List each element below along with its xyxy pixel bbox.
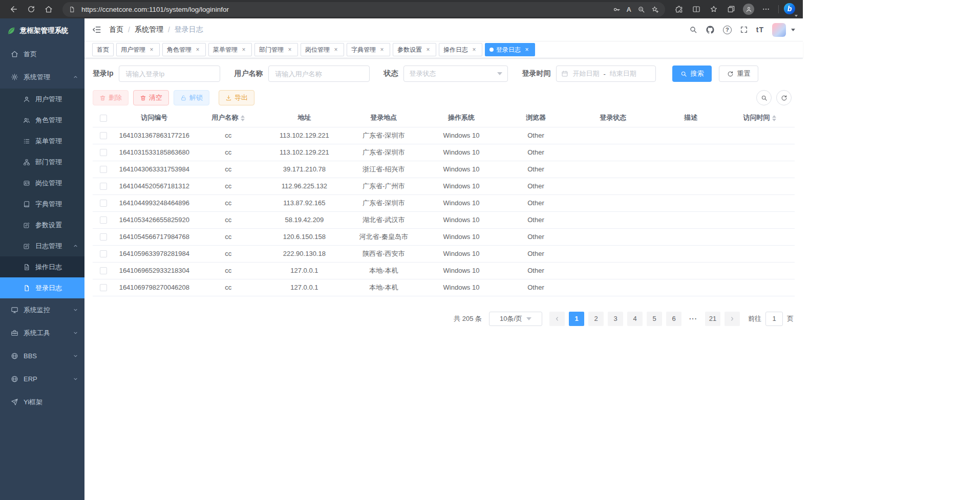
zoom-icon[interactable] [637, 6, 645, 13]
row-checkbox[interactable] [100, 183, 107, 190]
tab-menu-mgmt[interactable]: 菜单管理× [208, 43, 252, 56]
page-size-select[interactable]: 10条/页 [489, 312, 542, 326]
tab-post-mgmt[interactable]: 岗位管理× [301, 43, 344, 56]
tab-role-mgmt[interactable]: 角色管理× [162, 43, 206, 56]
search-icon[interactable] [689, 26, 697, 34]
page-button[interactable]: 6 [666, 312, 681, 326]
table-row[interactable]: 1641053426655825920 cc 58.19.42.209 湖北省-… [93, 211, 795, 228]
ip-filter-input[interactable] [119, 66, 220, 82]
sidebar-item-sys-tools[interactable]: 系统工具 [0, 321, 84, 344]
username-filter-input[interactable] [268, 66, 370, 82]
date-range-picker[interactable]: 开始日期 - 结束日期 [556, 66, 656, 82]
sort-icon[interactable] [772, 115, 776, 121]
sidebar-item-param-setting[interactable]: 参数设置 [0, 214, 84, 235]
page-button[interactable]: 2 [588, 312, 604, 326]
close-icon[interactable]: × [424, 46, 432, 53]
table-row[interactable]: 1641059633978281984 cc 222.90.130.18 陕西省… [93, 245, 795, 262]
tab-op-log[interactable]: 操作日志× [439, 43, 482, 56]
font-size-icon[interactable]: tT [756, 26, 764, 34]
password-manager-icon[interactable] [613, 6, 621, 13]
table-row[interactable]: 1641044993248464896 cc 113.87.92.165 广东省… [93, 194, 795, 211]
sidebar-item-yi-frame[interactable]: Yi框架 [0, 390, 84, 414]
page-button[interactable]: 1 [569, 312, 584, 326]
row-checkbox[interactable] [100, 267, 107, 274]
more-pages-button[interactable]: ··· [686, 315, 701, 322]
sidebar-item-menu-mgmt[interactable]: 菜单管理 [0, 131, 84, 151]
row-checkbox[interactable] [100, 200, 107, 207]
fullscreen-icon[interactable] [740, 26, 748, 34]
unlock-button[interactable]: 解锁 [174, 90, 209, 105]
close-icon[interactable]: × [378, 46, 386, 53]
sidebar-item-post-mgmt[interactable]: 岗位管理 [0, 172, 84, 193]
page-button[interactable]: 21 [705, 312, 720, 326]
address-bar[interactable]: https://ccnetcore.com:1101/system/log/lo… [62, 2, 665, 17]
table-row[interactable]: 1641069798270046208 cc 127.0.0.1 本地-本机 W… [93, 279, 795, 296]
tab-user-mgmt[interactable]: 用户管理× [116, 43, 160, 56]
prev-page-button[interactable] [549, 312, 565, 326]
table-row[interactable]: 1641069652933218304 cc 127.0.0.1 本地-本机 W… [93, 262, 795, 279]
reset-button[interactable]: 重置 [719, 66, 758, 82]
search-button[interactable]: 搜索 [672, 66, 712, 82]
sidebar-item-user-mgmt[interactable]: 用户管理 [0, 89, 84, 110]
sidebar-item-dict-mgmt[interactable]: 字典管理 [0, 193, 84, 214]
tab-login-log[interactable]: 登录日志× [485, 43, 535, 56]
breadcrumb-item[interactable]: 系统管理 [135, 25, 163, 34]
table-row[interactable]: 1641044520567181312 cc 112.96.225.132 广东… [93, 178, 795, 194]
close-icon[interactable]: × [523, 46, 530, 53]
user-avatar[interactable] [772, 23, 786, 37]
table-row[interactable]: 1641031367863177216 cc 113.102.129.221 广… [93, 127, 795, 144]
tab-param-setting[interactable]: 参数设置× [393, 43, 436, 56]
page-button[interactable]: 3 [608, 312, 623, 326]
row-checkbox[interactable] [100, 284, 107, 291]
page-button[interactable]: 5 [647, 312, 662, 326]
sidebar-item-bbs[interactable]: BBS [0, 344, 84, 367]
breadcrumb-item[interactable]: 首页 [109, 25, 123, 34]
url-text[interactable]: https://ccnetcore.com:1101/system/log/lo… [81, 6, 607, 13]
sort-icon[interactable] [241, 115, 245, 121]
table-row[interactable]: 1641043063331753984 cc 39.171.210.78 浙江省… [93, 161, 795, 178]
row-checkbox[interactable] [100, 250, 107, 257]
sidebar-item-home[interactable]: 首页 [0, 42, 84, 66]
next-page-button[interactable] [725, 312, 740, 326]
row-checkbox[interactable] [100, 216, 107, 224]
sidebar-item-log-mgmt[interactable]: 日志管理 [0, 235, 84, 256]
browser-refresh-button[interactable] [23, 2, 40, 17]
sidebar-item-op-log[interactable]: 操作日志 [0, 256, 84, 277]
refresh-table-button[interactable] [776, 90, 792, 105]
browser-profile-avatar[interactable] [740, 2, 757, 17]
status-filter-select[interactable]: 登录状态 [403, 66, 508, 82]
row-checkbox[interactable] [100, 149, 107, 156]
close-icon[interactable]: × [148, 46, 155, 53]
sidebar-item-role-mgmt[interactable]: 角色管理 [0, 110, 84, 131]
collections-icon[interactable] [722, 2, 740, 17]
help-icon[interactable]: ? [723, 26, 732, 34]
close-icon[interactable]: × [286, 46, 293, 53]
tab-home[interactable]: 首页 [92, 43, 114, 56]
read-aloud-icon[interactable]: A [627, 6, 631, 13]
close-icon[interactable]: × [471, 46, 478, 53]
add-favorite-icon[interactable] [651, 6, 659, 13]
browser-home-button[interactable] [40, 2, 57, 17]
table-row[interactable]: 1641031533185863680 cc 113.102.129.221 广… [93, 144, 795, 161]
close-icon[interactable]: × [332, 46, 339, 53]
row-checkbox[interactable] [100, 132, 107, 139]
toggle-search-button[interactable] [756, 90, 772, 105]
close-icon[interactable]: × [194, 46, 201, 53]
end-date-placeholder[interactable]: 结束日期 [610, 69, 636, 78]
chevron-down-icon[interactable] [791, 29, 795, 31]
browser-back-button[interactable] [5, 2, 23, 17]
select-all-checkbox[interactable] [100, 115, 107, 122]
tab-dept-mgmt[interactable]: 部门管理× [254, 43, 298, 56]
sidebar-item-system-mgmt[interactable]: 系统管理 [0, 66, 84, 89]
site-info-icon[interactable] [69, 6, 75, 13]
favorites-icon[interactable] [705, 2, 722, 17]
table-row[interactable]: 1641054566717984768 cc 120.6.150.158 河北省… [93, 228, 795, 245]
row-checkbox[interactable] [100, 166, 107, 173]
copilot-icon[interactable]: b [782, 2, 798, 17]
github-icon[interactable] [706, 25, 715, 34]
export-button[interactable]: 导出 [219, 90, 254, 105]
browser-menu-icon[interactable] [757, 2, 775, 17]
delete-button[interactable]: 删除 [93, 90, 129, 105]
start-date-placeholder[interactable]: 开始日期 [572, 69, 599, 78]
extensions-icon[interactable] [670, 2, 688, 17]
